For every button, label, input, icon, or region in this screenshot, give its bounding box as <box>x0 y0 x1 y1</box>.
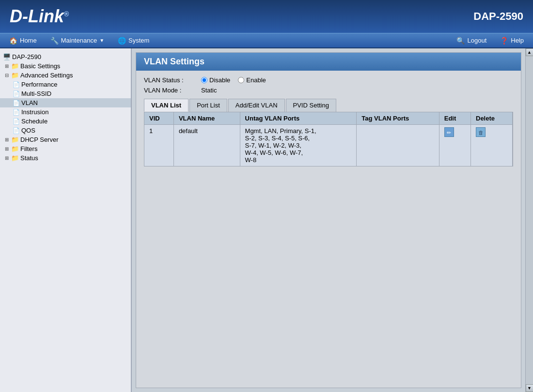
expand-basic-icon: ⊞ <box>5 63 9 69</box>
sidebar-item-status[interactable]: ⊞ 📁 Status <box>0 153 131 163</box>
vlan-mode-row: VLAN Mode : Static <box>144 87 513 94</box>
scrollbar-right[interactable]: ▲ ▼ <box>525 48 533 392</box>
nav-system[interactable]: 🌐 System <box>111 33 156 47</box>
page-title: VLAN Settings <box>136 53 521 71</box>
sidebar: 🖥️ DAP-2590 ⊞ 📁 Basic Settings ⊟ 📁 Advan… <box>0 48 132 392</box>
folder-status-icon: 📁 <box>11 154 19 162</box>
nav-home-label: Home <box>20 37 37 44</box>
vlan-status-label: VLAN Status : <box>144 76 197 84</box>
nav-logout[interactable]: 🔍 Logout <box>450 37 493 45</box>
cell-vid: 1 <box>144 125 173 166</box>
tab-port-list[interactable]: Port List <box>189 99 227 112</box>
radio-disable[interactable] <box>201 77 207 83</box>
radio-enable-option[interactable]: Enable <box>238 76 266 84</box>
doc-vlan-icon: 📄 <box>13 100 20 106</box>
cell-vlan-name: default <box>173 125 240 166</box>
col-edit: Edit <box>439 112 470 125</box>
sidebar-schedule-label: Schedule <box>21 118 47 125</box>
maintenance-icon: 🔧 <box>50 37 59 45</box>
expand-status-icon: ⊞ <box>5 155 9 161</box>
expand-filters-icon: ⊞ <box>5 146 9 151</box>
device-name: DAP-2590 <box>473 10 523 23</box>
sidebar-item-filters[interactable]: ⊞ 📁 Filters <box>0 144 131 153</box>
logout-icon: 🔍 <box>456 37 465 45</box>
cell-delete[interactable]: 🗑 <box>471 125 513 166</box>
dropdown-arrow: ▼ <box>99 38 104 43</box>
nav-help[interactable]: ❓ Help <box>493 37 531 45</box>
doc-instrusion-icon: 📄 <box>13 109 20 116</box>
col-untag-ports: Untag VLAN Ports <box>240 112 357 125</box>
sidebar-item-dhcp-server[interactable]: ⊞ 📁 DHCP Server <box>0 135 131 144</box>
nav-home[interactable]: 🏠 Home <box>2 33 44 47</box>
vlan-status-radio-group: Disable Enable <box>201 76 266 84</box>
sidebar-root-label: DAP-2590 <box>12 53 41 60</box>
root-icon: 🖥️ <box>3 53 11 60</box>
sidebar-filters-label: Filters <box>20 145 37 152</box>
header: D-Link® DAP-2590 <box>0 0 533 33</box>
sidebar-performance-label: Performance <box>21 81 57 88</box>
sidebar-item-instrusion[interactable]: 📄 Instrusion <box>0 107 131 117</box>
content-wrapper: VLAN Settings VLAN Status : Disable <box>132 48 525 392</box>
sidebar-dhcp-label: DHCP Server <box>20 136 59 143</box>
sidebar-advanced-label: Advanced Settings <box>20 72 73 79</box>
col-vid: VID <box>144 112 173 125</box>
main: 🖥️ DAP-2590 ⊞ 📁 Basic Settings ⊟ 📁 Advan… <box>0 48 533 392</box>
folder-basic-icon: 📁 <box>11 62 19 70</box>
nav-maintenance-label: Maintenance <box>61 37 97 44</box>
delete-icon[interactable]: 🗑 <box>476 127 486 137</box>
nav-system-label: System <box>128 37 149 44</box>
folder-dhcp-icon: 📁 <box>11 136 19 143</box>
vlan-mode-value: Static <box>201 87 217 94</box>
vlan-mode-label: VLAN Mode : <box>144 87 197 94</box>
sidebar-instrusion-label: Instrusion <box>21 108 48 116</box>
vlan-table: VID VLAN Name Untag VLAN Ports Tag VLAN … <box>144 112 513 166</box>
vlan-content: VLAN Status : Disable Enable <box>136 71 521 388</box>
sidebar-item-basic-settings[interactable]: ⊞ 📁 Basic Settings <box>0 61 131 71</box>
system-icon: 🌐 <box>118 37 126 45</box>
table-row: 1 default Mgmt, LAN, Primary, S-1,S-2, S… <box>144 125 513 166</box>
doc-schedule-icon: 📄 <box>13 118 20 125</box>
doc-performance-icon: 📄 <box>13 81 20 88</box>
expand-dhcp-icon: ⊞ <box>5 137 9 142</box>
table-wrapper: VID VLAN Name Untag VLAN Ports Tag VLAN … <box>144 112 513 166</box>
tab-vlan-list[interactable]: VLAN List <box>144 99 188 112</box>
radio-disable-label: Disable <box>209 76 230 84</box>
sidebar-item-multi-ssid[interactable]: 📄 Multi-SSID <box>0 89 131 98</box>
nav-help-label: Help <box>511 37 524 44</box>
sidebar-item-advanced-settings[interactable]: ⊟ 📁 Advanced Settings <box>0 71 131 80</box>
scroll-track <box>526 56 533 384</box>
col-tag-ports: Tag VLAN Ports <box>357 112 439 125</box>
home-icon: 🏠 <box>9 37 17 45</box>
sidebar-item-qos[interactable]: 📄 QOS <box>0 126 131 135</box>
tab-add-edit-vlan[interactable]: Add/Edit VLAN <box>228 99 285 112</box>
sidebar-item-performance[interactable]: 📄 Performance <box>0 80 131 89</box>
sidebar-status-label: Status <box>20 154 38 162</box>
sidebar-item-schedule[interactable]: 📄 Schedule <box>0 117 131 126</box>
scroll-up-button[interactable]: ▲ <box>526 48 533 56</box>
folder-advanced-icon: 📁 <box>11 72 19 79</box>
help-icon: ❓ <box>500 37 508 45</box>
sidebar-basic-label: Basic Settings <box>20 62 60 70</box>
sidebar-qos-label: QOS <box>21 127 35 134</box>
tab-pvid-setting[interactable]: PVID Setting <box>286 99 336 112</box>
logo-area: D-Link® <box>10 6 69 27</box>
radio-enable[interactable] <box>238 77 244 83</box>
sidebar-vlan-label: VLAN <box>21 99 38 106</box>
cell-untag-ports: Mgmt, LAN, Primary, S-1,S-2, S-3, S-4, S… <box>240 125 357 166</box>
radio-disable-option[interactable]: Disable <box>201 76 230 84</box>
doc-multissid-icon: 📄 <box>13 90 20 97</box>
nav-maintenance[interactable]: 🔧 Maintenance ▼ <box>44 33 111 47</box>
folder-filters-icon: 📁 <box>11 145 19 152</box>
edit-icon[interactable]: ✏ <box>444 127 454 137</box>
navbar: 🏠 Home 🔧 Maintenance ▼ 🌐 System 🔍 Logout… <box>0 33 533 48</box>
sidebar-item-vlan[interactable]: 📄 VLAN <box>0 98 131 107</box>
cell-tag-ports <box>357 125 439 166</box>
tabs: VLAN List Port List Add/Edit VLAN PVID S… <box>144 99 513 112</box>
scroll-down-button[interactable]: ▼ <box>526 384 533 392</box>
col-delete: Delete <box>471 112 513 125</box>
sidebar-item-root[interactable]: 🖥️ DAP-2590 <box>0 52 131 61</box>
col-vlan-name: VLAN Name <box>173 112 240 125</box>
nav-logout-label: Logout <box>467 37 486 44</box>
content-panel: VLAN Settings VLAN Status : Disable <box>136 52 521 388</box>
cell-edit[interactable]: ✏ <box>439 125 470 166</box>
